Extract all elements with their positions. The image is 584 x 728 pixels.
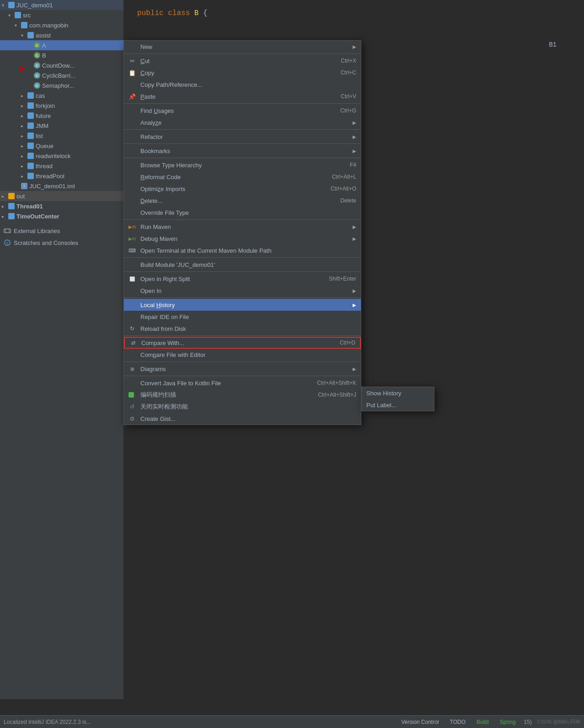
external-libraries-icon [4, 227, 11, 234]
compare-with-shortcut: Ctrl+D [340, 340, 355, 346]
menu-item-open-right-split[interactable]: ⬜ Open in Right Split Shift+Enter [124, 273, 361, 285]
version-control-btn[interactable]: Version Control [398, 718, 441, 726]
menu-item-new[interactable]: New ▶ [124, 41, 361, 53]
menu-item-delete[interactable]: Delete... Delete [124, 195, 361, 207]
separator-8 [124, 271, 361, 272]
menu-label-debug-maven: Debug Maven [140, 235, 177, 242]
arrow-readwritelock [21, 154, 27, 159]
menu-item-repair-ide[interactable]: Repair IDE on File [124, 311, 361, 323]
menu-label-diagrams: Diagrams [140, 366, 166, 372]
run-maven-icon: ▶m [129, 223, 136, 230]
menu-item-analyze[interactable]: Analyze ▶ [124, 117, 361, 128]
menu-item-reformat[interactable]: Reformat Code Ctrl+Alt+L [124, 171, 361, 183]
keyword-public: public [137, 9, 164, 17]
todo-btn[interactable]: TODO [447, 718, 468, 726]
tree-item-thread[interactable]: thread [0, 161, 123, 171]
tree-item-assist[interactable]: assist [0, 30, 123, 40]
tree-item-juc-demo01[interactable]: JUC_demo01 [0, 0, 123, 10]
position-label: 15) [524, 719, 531, 725]
menu-item-bookmarks[interactable]: Bookmarks ▶ [124, 145, 361, 157]
menu-item-cut[interactable]: ✂ Cut Ctrl+X [124, 55, 361, 67]
build-btn[interactable]: Build [474, 718, 492, 726]
tree-label-semaphor: Semaphor... [42, 82, 74, 89]
menu-item-browse-hierarchy[interactable]: Browse Type Hierarchy F4 [124, 159, 361, 171]
diagrams-icon: ⊞ [129, 365, 136, 372]
tree-item-iml[interactable]: i JUC_demo01.iml [0, 181, 123, 191]
tree-label-iml: JUC_demo01.iml [29, 183, 75, 190]
tree-item-list[interactable]: list [0, 131, 123, 141]
arrow-jmm [21, 123, 27, 128]
menu-item-run-maven[interactable]: ▶m Run Maven ▶ [124, 221, 361, 233]
menu-label-new: New [140, 43, 152, 50]
class-icon-semaphor: C [34, 82, 40, 89]
menu-label-paste: Paste [140, 93, 155, 100]
menu-item-override-file-type[interactable]: Override File Type [124, 207, 361, 218]
menu-label-code-scan: 编码规约扫描 [140, 391, 176, 399]
tree-item-com-mangobin[interactable]: com.mangobin [0, 20, 123, 30]
menu-item-copy[interactable]: 📋 Copy Ctrl+C [124, 67, 361, 79]
menu-item-debug-maven[interactable]: ▶m Debug Maven ▶ [124, 233, 361, 244]
spring-btn[interactable]: Spring [497, 718, 519, 726]
menu-item-close-realtime[interactable]: ↺ 关闭实时检测功能 [124, 401, 361, 413]
separator-7 [124, 257, 361, 258]
submenu-arrow-run-maven: ▶ [353, 224, 356, 229]
menu-item-local-history[interactable]: Local History ▶ [124, 299, 361, 311]
tree-item-future[interactable]: future [0, 111, 123, 121]
tree-item-timeoutcenter[interactable]: TimeOutCenter [0, 211, 123, 221]
menu-item-create-gist[interactable]: ⊙ Create Gist... [124, 413, 361, 425]
separator-3 [124, 129, 361, 130]
menu-label-local-history: Local History [140, 302, 175, 308]
tree-label-thread01: Thread01 [16, 203, 43, 210]
menu-label-analyze: Analyze [140, 119, 161, 126]
menu-item-copy-path[interactable]: Copy Path/Reference... [124, 79, 361, 90]
folder-out-icon [8, 193, 15, 199]
arrow-com-mangobin [15, 23, 20, 28]
tree-item-B[interactable]: C B [0, 50, 123, 60]
menu-label-reformat: Reformat Code [140, 174, 181, 181]
menu-item-diagrams[interactable]: ⊞ Diagrams ▶ [124, 363, 361, 375]
folder-jmm-icon [27, 122, 34, 129]
separator-10 [124, 335, 361, 336]
menu-item-refactor[interactable]: Refactor ▶ [124, 131, 361, 143]
compare-icon: ⇄ [129, 339, 137, 346]
tree-item-out[interactable]: out [0, 191, 123, 201]
menu-item-open-terminal[interactable]: ⌨ Open Terminal at the Current Maven Mod… [124, 244, 361, 256]
scratches-consoles-item[interactable]: S Scratches and Consoles [0, 237, 123, 249]
status-text: Localized IntelliJ IDEA 2022.2.3 is... [4, 719, 91, 725]
menu-item-compare-with[interactable]: ⇄ Compare With... Ctrl+D [124, 337, 361, 349]
menu-item-build-module[interactable]: Build Module 'JUC_demo01' [124, 259, 361, 271]
code-scan-shortcut: Ctrl+Alt+Shift+J [318, 392, 356, 398]
sidebar: ➤ JUC_demo01 src com.mangobin assist C A… [0, 0, 123, 699]
tree-item-thread01[interactable]: Thread01 [0, 201, 123, 211]
arrow-out [2, 194, 7, 199]
local-history-submenu: Show History Put Label... [361, 387, 434, 411]
menu-label-refactor: Refactor [140, 133, 163, 140]
menu-item-paste[interactable]: 📌 Paste Ctrl+V [124, 90, 361, 102]
tree-item-threadpool[interactable]: threadPool [0, 171, 123, 181]
tree-item-semaphor[interactable]: C Semaphor... [0, 80, 123, 90]
menu-item-convert-kotlin[interactable]: Convert Java File to Kotlin File Ctrl+Al… [124, 377, 361, 389]
cut-shortcut: Ctrl+X [341, 58, 356, 64]
class-icon-countdown: C [34, 62, 40, 69]
submenu-item-put-label[interactable]: Put Label... [362, 399, 434, 411]
menu-item-compare-file-editor[interactable]: Compare File with Editor [124, 349, 361, 361]
tree-item-A[interactable]: C A [0, 40, 123, 50]
class-icon-cyclicbarri: C [34, 72, 40, 79]
menu-item-optimize-imports[interactable]: Optimize Imports Ctrl+Alt+O [124, 183, 361, 195]
tree-item-jmm[interactable]: JMM [0, 121, 123, 131]
debug-maven-icon: ▶m [129, 235, 136, 242]
submenu-item-show-history[interactable]: Show History [362, 387, 434, 399]
tree-item-src[interactable]: src [0, 10, 123, 20]
tree-label-queue: Queue [36, 143, 54, 149]
tree-item-forkjoin[interactable]: forkjoin [0, 101, 123, 111]
tree-item-readwritelock[interactable]: readwritelock [0, 151, 123, 161]
arrow-cas [21, 93, 27, 98]
external-libraries-item[interactable]: External Libraries [0, 225, 123, 237]
tree-item-cas[interactable]: cas [0, 90, 123, 101]
menu-item-find-usages[interactable]: Find Usages Ctrl+G [124, 105, 361, 117]
tree-item-queue[interactable]: Queue [0, 141, 123, 151]
separator-4 [124, 143, 361, 144]
menu-item-reload-disk[interactable]: ↻ Reload from Disk [124, 323, 361, 335]
menu-item-code-scan[interactable]: 编码规约扫描 Ctrl+Alt+Shift+J [124, 389, 361, 401]
menu-item-open-in[interactable]: Open In ▶ [124, 285, 361, 297]
